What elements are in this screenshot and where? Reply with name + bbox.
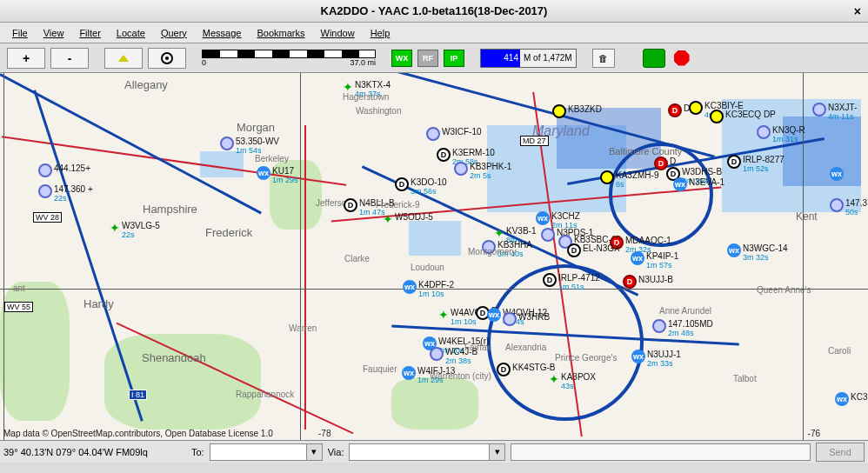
station-marker[interactable]: KB3ZKD bbox=[552, 104, 602, 118]
close-icon[interactable]: × bbox=[854, 4, 861, 18]
station-marker: Hardy bbox=[83, 297, 114, 310]
via-label: Via: bbox=[328, 447, 344, 457]
map-canvas[interactable]: Maryland Baltimore County Kent Map data … bbox=[0, 73, 868, 440]
station-marker[interactable]: KN3Q-R1m 31s bbox=[757, 125, 805, 143]
station-marker[interactable]: ✦W5ODJ-5 bbox=[383, 212, 433, 226]
menu-help[interactable]: Help bbox=[364, 25, 397, 41]
menu-window[interactable]: Window bbox=[314, 25, 362, 41]
station-marker[interactable]: wxKU171m 29s bbox=[257, 166, 298, 184]
home-button[interactable] bbox=[104, 48, 143, 69]
menu-locate[interactable]: Locate bbox=[110, 25, 152, 41]
trash-button[interactable]: 🗑 bbox=[592, 49, 615, 68]
to-input[interactable] bbox=[210, 444, 306, 460]
zoom-out-button[interactable]: - bbox=[50, 48, 89, 69]
station-marker: Shenandoah bbox=[142, 351, 206, 364]
station-marker[interactable]: wxK4DPF-21m 10s bbox=[403, 280, 454, 298]
zoom-in-button[interactable]: + bbox=[7, 48, 45, 69]
cursor-coords: 39° 40.13'N 079° 04.04'W FM09lq bbox=[3, 447, 186, 457]
county-label: Kent bbox=[796, 210, 818, 223]
trash-icon: 🗑 bbox=[598, 53, 608, 63]
station-marker[interactable]: wxK3CHZ2m 11s bbox=[536, 211, 580, 230]
lon-label: -78 bbox=[318, 429, 331, 438]
to-label: To: bbox=[191, 447, 204, 457]
station-marker: Berkeley bbox=[255, 154, 289, 163]
menu-query[interactable]: Query bbox=[154, 25, 194, 41]
station-marker: Queen Anne's bbox=[757, 285, 811, 295]
station-marker[interactable]: wxN3EVA-1 bbox=[673, 177, 724, 191]
station-marker[interactable]: ✦W3VLG-522s bbox=[110, 221, 160, 239]
ip-toggle[interactable]: IP bbox=[444, 50, 464, 67]
station-marker[interactable]: DK3DO-103m 56s bbox=[395, 177, 447, 196]
station-marker[interactable]: DKK4STG-B bbox=[497, 363, 555, 376]
station-marker[interactable]: wxKP4IP-11m 57s bbox=[631, 251, 678, 270]
station-marker: Montgomery bbox=[468, 247, 517, 256]
go-button[interactable] bbox=[643, 49, 665, 68]
station-marker: Fairfax bbox=[464, 343, 491, 352]
station-marker[interactable]: KC3ECQ DP bbox=[710, 110, 776, 123]
statusbar: 39° 40.13'N 079° 04.04'W FM09lq To: ▾ Vi… bbox=[0, 440, 868, 463]
menu-view[interactable]: View bbox=[37, 25, 71, 41]
station-marker: Hampshire bbox=[143, 203, 197, 216]
station-marker[interactable]: ✦KA3POX43s bbox=[549, 372, 596, 390]
station-marker[interactable]: 147.360 +22s bbox=[38, 184, 93, 203]
to-combo[interactable]: ▾ bbox=[210, 443, 323, 461]
wx-toggle[interactable]: WX bbox=[391, 50, 412, 67]
center-button[interactable] bbox=[148, 48, 186, 69]
stop-button[interactable] bbox=[671, 49, 693, 68]
scale-bar: 037.0 mi bbox=[202, 50, 376, 67]
station-marker: Prince George's bbox=[555, 353, 617, 363]
send-button[interactable]: Send bbox=[816, 443, 865, 462]
station-marker[interactable]: wx bbox=[830, 167, 845, 181]
station-marker[interactable]: DD bbox=[668, 103, 690, 117]
station-marker[interactable]: DN3UJJ-B bbox=[623, 275, 673, 289]
window-title: KA2DDO - YAAC 1.0-beta116(18-Dec-2017) bbox=[321, 4, 548, 17]
rf-toggle[interactable]: RF bbox=[417, 50, 438, 67]
menu-file[interactable]: File bbox=[5, 25, 35, 41]
station-marker[interactable]: W3HRB bbox=[503, 312, 550, 326]
toolbar: + - 037.0 mi WX RF IP 414 M of 1,472M 🗑 bbox=[0, 43, 868, 73]
menu-message[interactable]: Message bbox=[196, 25, 249, 41]
chevron-down-icon[interactable]: ▾ bbox=[489, 444, 504, 460]
station-marker: ant bbox=[13, 283, 25, 293]
target-icon bbox=[161, 52, 173, 64]
lon-label: -76 bbox=[808, 429, 820, 438]
station-marker[interactable]: W3ICF-10 bbox=[426, 127, 482, 141]
map-attribution: Map data © OpenStreetMap.contributors, O… bbox=[3, 429, 273, 438]
station-marker[interactable]: 53.350-WV1m 54s bbox=[220, 137, 279, 155]
via-combo[interactable]: ▾ bbox=[349, 443, 505, 461]
station-marker: Frederick bbox=[205, 226, 252, 239]
station-marker: Loudoun bbox=[411, 263, 444, 272]
station-marker: Alexandria bbox=[505, 343, 546, 352]
station-marker[interactable]: N3XJT-4m 11s bbox=[812, 103, 857, 121]
menubar: FileViewFilterLocateQueryMessageBookmark… bbox=[0, 23, 868, 43]
station-marker: Warren bbox=[289, 323, 317, 333]
station-marker: Anne Arundel bbox=[659, 306, 711, 316]
station-marker: Washington bbox=[356, 106, 401, 116]
station-marker[interactable]: 147.105MD2m 48s bbox=[652, 319, 713, 337]
station-marker[interactable]: 444.125+ bbox=[38, 163, 90, 177]
station-marker: Rappahannock bbox=[236, 390, 294, 399]
county-label: Baltimore County bbox=[609, 146, 682, 157]
station-marker: Warrenton (city) bbox=[430, 371, 491, 381]
station-marker: Fauquier bbox=[363, 364, 397, 374]
memory-gauge: 414 M of 1,472M bbox=[480, 49, 577, 68]
station-marker[interactable]: wxKC3 bbox=[835, 392, 867, 406]
station-marker[interactable]: DIRLP-82771m 52s bbox=[727, 155, 785, 173]
station-marker: Allegany bbox=[124, 78, 168, 91]
station-marker: Talbot bbox=[733, 374, 757, 383]
station-marker[interactable]: 147.375-K50s bbox=[830, 198, 868, 217]
station-marker: Hagerstown bbox=[343, 92, 389, 102]
menu-bookmarks[interactable]: Bookmarks bbox=[250, 25, 311, 41]
station-marker[interactable]: DEL-N3GX bbox=[567, 243, 620, 257]
station-marker: Frederick-9 bbox=[376, 200, 420, 210]
station-marker[interactable]: wxN3WGC-143m 32s bbox=[727, 243, 788, 262]
station-marker[interactable]: DIRLP-47121m 51s bbox=[543, 273, 600, 291]
station-marker[interactable]: wxN3UJJ-12m 33s bbox=[631, 350, 681, 368]
message-input[interactable] bbox=[511, 443, 811, 461]
station-marker[interactable]: KB3PHK-12m 5s bbox=[454, 162, 511, 180]
station-marker[interactable]: KA3ZMH-96s bbox=[600, 170, 658, 189]
via-input[interactable] bbox=[350, 444, 489, 460]
menu-filter[interactable]: Filter bbox=[72, 25, 107, 41]
house-icon bbox=[118, 55, 129, 62]
chevron-down-icon[interactable]: ▾ bbox=[306, 444, 322, 460]
